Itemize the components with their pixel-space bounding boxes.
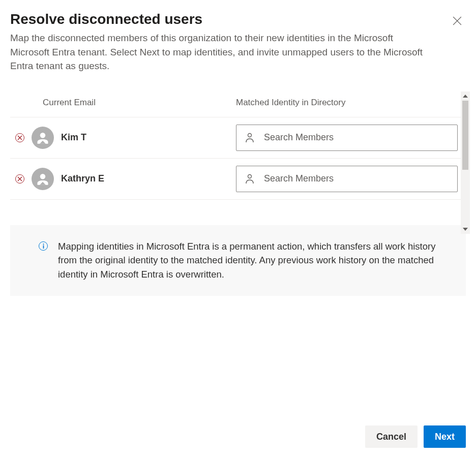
user-name: Kathryn E (61, 173, 104, 184)
svg-rect-11 (43, 245, 44, 249)
remove-user-button[interactable] (15, 174, 24, 184)
remove-user-button[interactable] (15, 133, 24, 142)
info-banner: Mapping identities in Microsoft Entra is… (10, 225, 466, 296)
table-row: Kathryn E (10, 159, 466, 200)
search-members-input[interactable] (236, 125, 458, 151)
column-header-email: Current Email (43, 98, 236, 108)
person-search-icon (245, 133, 254, 143)
scrollbar[interactable] (461, 91, 470, 234)
dialog-header: Resolve disconnected users (10, 10, 466, 29)
close-icon (453, 19, 462, 27)
info-message: Mapping identities in Microsoft Entra is… (58, 239, 452, 282)
svg-point-5 (248, 133, 252, 137)
user-name: Kim T (61, 132, 86, 143)
avatar-icon (32, 168, 54, 190)
scrollbar-thumb[interactable] (462, 101, 468, 170)
person-search-icon (245, 174, 254, 184)
search-members-field (236, 166, 458, 192)
dialog-title: Resolve disconnected users (10, 10, 202, 28)
table-header: Current Email Matched Identity in Direct… (10, 91, 466, 117)
svg-point-4 (40, 133, 46, 138)
scrollbar-down-arrow-icon[interactable] (461, 225, 470, 234)
avatar-icon (32, 127, 54, 149)
table-row: Kim T (10, 117, 466, 159)
row-user-cell: Kim T (10, 127, 236, 149)
dialog-subtitle: Map the disconnected members of this org… (10, 31, 432, 73)
dialog-footer: Cancel Next (365, 425, 466, 448)
search-members-input[interactable] (236, 166, 458, 192)
info-icon (39, 241, 48, 251)
column-header-identity: Matched Identity in Directory (236, 98, 466, 108)
svg-point-9 (248, 174, 252, 178)
close-button[interactable] (451, 14, 464, 29)
cancel-button[interactable]: Cancel (365, 425, 418, 448)
scrollbar-up-arrow-icon[interactable] (461, 91, 470, 101)
next-button[interactable]: Next (424, 425, 466, 448)
svg-point-8 (40, 174, 46, 179)
search-members-field (236, 125, 458, 151)
svg-point-10 (43, 243, 44, 245)
row-user-cell: Kathryn E (10, 168, 236, 190)
resolve-users-dialog: Resolve disconnected users Map the disco… (0, 0, 476, 458)
users-table: Current Email Matched Identity in Direct… (10, 91, 466, 200)
